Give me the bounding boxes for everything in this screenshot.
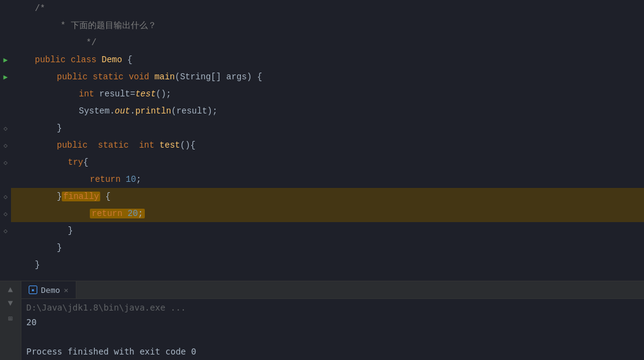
line-close-3: } xyxy=(11,239,644,256)
line-return-20: return 20; xyxy=(11,205,644,222)
fold-icon-6[interactable]: ◇ xyxy=(4,222,8,239)
tab-close-btn[interactable]: × xyxy=(64,286,68,295)
left-gutter: ▶ ▶ ◇ ◇ ◇ ◇ ◇ ◇ xyxy=(0,0,11,281)
console-blank-line xyxy=(21,329,644,344)
tab-type-icon: ▪ xyxy=(29,286,37,294)
line-test-method: public static int test(){ xyxy=(11,137,644,154)
line-int-result: int result=test(); xyxy=(11,85,644,103)
line-system: System.out.println(result); xyxy=(11,103,644,120)
fold-icon-3[interactable]: ◇ xyxy=(4,154,8,171)
line-2: * 下面的题目输出什么？ xyxy=(11,17,644,34)
fold-icon-4[interactable]: ◇ xyxy=(4,188,8,205)
fold-icon-2[interactable]: ◇ xyxy=(4,137,8,154)
line-close-4: } xyxy=(11,256,644,273)
code-lines: /* * 下面的题目输出什么？ */ public class Demo { xyxy=(11,0,644,273)
down-arrow-icon[interactable]: ▼ xyxy=(8,298,13,308)
line-finally: }finally { xyxy=(11,188,644,205)
console-tab-bar: ▪ Demo × xyxy=(21,281,644,299)
line-close-2: } xyxy=(11,222,644,239)
fold-icon-5[interactable]: ◇ xyxy=(4,205,8,222)
up-arrow-icon[interactable]: ▲ xyxy=(8,285,13,295)
line-indicator-class: ▶ xyxy=(3,51,7,68)
line-1: /* xyxy=(11,0,644,17)
bottom-left-icons: ▲ ▼ ⊞ xyxy=(0,281,21,360)
line-try: try{ xyxy=(11,154,644,171)
console-icon-btn[interactable]: ⊞ xyxy=(8,314,12,323)
demo-tab[interactable]: ▪ Demo × xyxy=(21,281,76,298)
console-output-area: D:\Java\jdk1.8\bin\java.exe ... 20 Proce… xyxy=(21,299,644,360)
fold-icon-1[interactable]: ◇ xyxy=(4,120,8,137)
line-close-1: } xyxy=(11,120,644,137)
line-public-class: public class Demo { xyxy=(11,51,644,68)
console-output-line: 20 xyxy=(21,315,644,329)
line-3: */ xyxy=(11,34,644,51)
line-indicator-main: ▶ xyxy=(3,68,7,85)
line-return-10: return 10; xyxy=(11,171,644,188)
console-path-line: D:\Java\jdk1.8\bin\java.exe ... xyxy=(21,300,644,315)
line-main: public static void main(String[] args) { xyxy=(11,68,644,85)
bottom-panel: ▲ ▼ ⊞ ▪ Demo × D:\Java\jdk1.8\bin\java.e… xyxy=(0,281,644,360)
bottom-content: ▪ Demo × D:\Java\jdk1.8\bin\java.exe ...… xyxy=(21,281,644,360)
editor-area: ▶ ▶ ◇ ◇ ◇ ◇ ◇ ◇ /* * 下面的题目输出什么？ xyxy=(0,0,644,281)
code-editor[interactable]: /* * 下面的题目输出什么？ */ public class Demo { xyxy=(11,0,644,281)
console-exit-line: Process finished with exit code 0 xyxy=(21,344,644,359)
tab-label: Demo xyxy=(41,286,60,295)
